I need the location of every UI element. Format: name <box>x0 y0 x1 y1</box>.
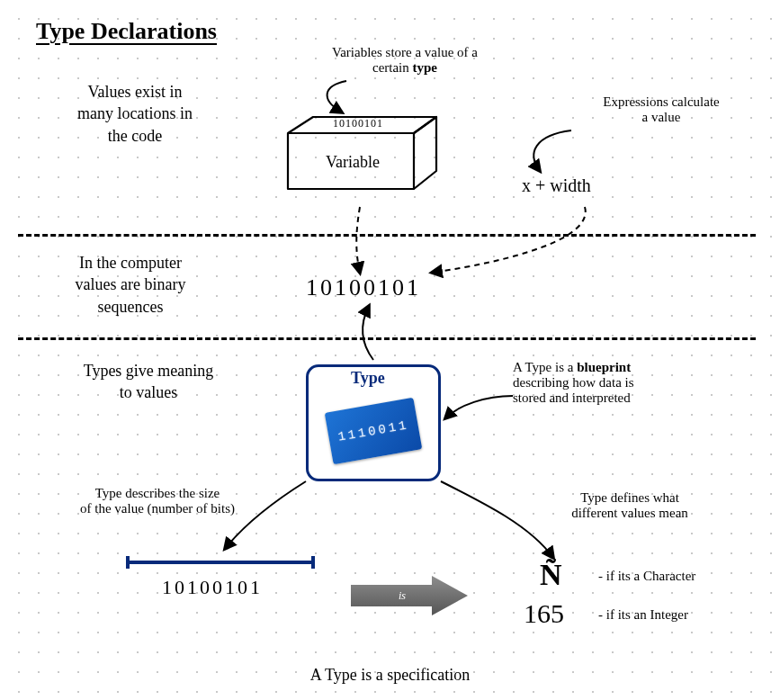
variables-store-note: Variables store a value of a certain <box>332 45 478 75</box>
char-value: Ñ <box>540 558 562 592</box>
type-label: Type <box>351 369 385 388</box>
variables-store-note-bold: type <box>413 60 438 75</box>
blueprint-note-pre: A Type is a <box>513 360 577 374</box>
size-binary: 10100101 <box>162 576 263 599</box>
arrow-blueprint-to-type <box>441 391 522 427</box>
svg-marker-3 <box>351 576 468 615</box>
is-arrow: is <box>351 576 468 615</box>
arrow-expr-note-to-expr <box>517 126 598 180</box>
int-note: - if its an Integer <box>598 607 688 623</box>
is-label: is <box>399 589 406 603</box>
char-note: - if its a Character <box>598 569 695 584</box>
expressions-note: Expressions calculate a value <box>567 94 756 125</box>
binary-sequences-text: In the computer values are binary sequen… <box>36 252 225 318</box>
type-chip-binary: 1110011 <box>336 417 409 444</box>
arrows-to-binary <box>342 202 630 279</box>
blueprint-note-post: describing how data is stored and interp… <box>513 375 634 405</box>
arrow-type-to-size <box>216 477 324 558</box>
arrow-note-to-box <box>297 76 387 121</box>
values-exist-text: Values exist in many locations in the co… <box>45 81 225 147</box>
page-title: Type Declarations <box>36 18 217 45</box>
int-value: 165 <box>524 598 564 629</box>
blueprint-note-bold: blueprint <box>577 360 631 374</box>
binary-value-center: 10100101 <box>306 274 421 301</box>
arrow-type-to-binary <box>351 301 405 364</box>
size-bar <box>126 556 315 569</box>
variable-label: Variable <box>324 153 381 172</box>
arrow-type-to-meaning <box>432 477 567 567</box>
footer-text: A Type is a specification <box>0 666 780 685</box>
types-give-meaning-text: Types give meaning to values <box>45 360 252 404</box>
